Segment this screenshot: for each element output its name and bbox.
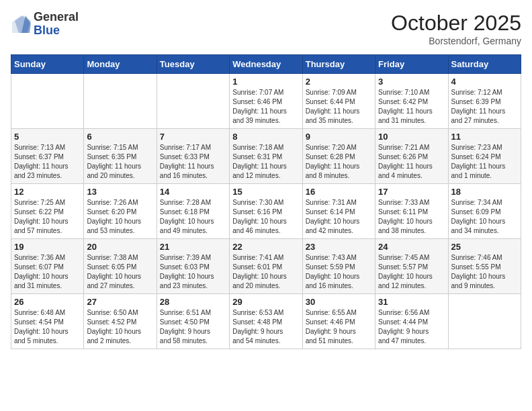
calendar-cell xyxy=(448,294,521,349)
calendar-cell: 2Sunrise: 7:09 AM Sunset: 6:44 PM Daylig… xyxy=(302,74,375,129)
day-info: Sunrise: 6:53 AM Sunset: 4:48 PM Dayligh… xyxy=(232,308,299,346)
calendar-cell: 20Sunrise: 7:38 AM Sunset: 6:05 PM Dayli… xyxy=(84,239,157,294)
calendar-cell: 15Sunrise: 7:30 AM Sunset: 6:16 PM Dayli… xyxy=(230,184,302,239)
day-number: 26 xyxy=(14,297,81,307)
day-info: Sunrise: 7:07 AM Sunset: 6:46 PM Dayligh… xyxy=(232,88,299,126)
day-info: Sunrise: 7:09 AM Sunset: 6:44 PM Dayligh… xyxy=(306,88,372,126)
day-info: Sunrise: 6:55 AM Sunset: 4:46 PM Dayligh… xyxy=(306,308,372,346)
calendar-cell: 24Sunrise: 7:45 AM Sunset: 5:57 PM Dayli… xyxy=(375,239,448,294)
day-info: Sunrise: 7:26 AM Sunset: 6:20 PM Dayligh… xyxy=(87,198,153,236)
day-number: 12 xyxy=(14,187,81,197)
day-info: Sunrise: 7:13 AM Sunset: 6:37 PM Dayligh… xyxy=(14,143,81,181)
calendar-cell: 29Sunrise: 6:53 AM Sunset: 4:48 PM Dayli… xyxy=(230,294,302,349)
day-number: 2 xyxy=(306,77,372,87)
calendar-cell: 31Sunrise: 6:56 AM Sunset: 4:44 PM Dayli… xyxy=(375,294,448,349)
day-number: 19 xyxy=(14,242,81,252)
day-number: 7 xyxy=(160,132,226,142)
day-info: Sunrise: 7:46 AM Sunset: 5:55 PM Dayligh… xyxy=(451,253,518,291)
weekday-header-thursday: Thursday xyxy=(302,55,375,74)
calendar-cell: 16Sunrise: 7:31 AM Sunset: 6:14 PM Dayli… xyxy=(302,184,375,239)
calendar-cell xyxy=(84,74,157,129)
day-info: Sunrise: 7:21 AM Sunset: 6:26 PM Dayligh… xyxy=(378,143,445,181)
day-number: 4 xyxy=(451,77,518,87)
day-number: 21 xyxy=(160,242,226,252)
logo-blue-text: Blue xyxy=(34,24,79,38)
calendar-cell: 19Sunrise: 7:36 AM Sunset: 6:07 PM Dayli… xyxy=(11,239,84,294)
day-number: 15 xyxy=(232,187,299,197)
day-info: Sunrise: 7:39 AM Sunset: 6:03 PM Dayligh… xyxy=(160,253,226,291)
calendar-cell: 4Sunrise: 7:12 AM Sunset: 6:39 PM Daylig… xyxy=(448,74,521,129)
calendar-cell: 8Sunrise: 7:18 AM Sunset: 6:31 PM Daylig… xyxy=(230,129,302,184)
day-info: Sunrise: 7:45 AM Sunset: 5:57 PM Dayligh… xyxy=(378,253,445,291)
weekday-header-monday: Monday xyxy=(84,55,157,74)
page-header: General Blue October 2025 Borstendorf, G… xyxy=(11,11,521,46)
day-number: 10 xyxy=(378,132,445,142)
calendar-cell: 30Sunrise: 6:55 AM Sunset: 4:46 PM Dayli… xyxy=(302,294,375,349)
day-info: Sunrise: 7:10 AM Sunset: 6:42 PM Dayligh… xyxy=(378,88,445,126)
week-row-1: 1Sunrise: 7:07 AM Sunset: 6:46 PM Daylig… xyxy=(11,74,521,129)
day-number: 8 xyxy=(232,132,299,142)
calendar-cell: 18Sunrise: 7:34 AM Sunset: 6:09 PM Dayli… xyxy=(448,184,521,239)
day-number: 1 xyxy=(232,77,299,87)
day-number: 18 xyxy=(451,187,518,197)
day-info: Sunrise: 7:25 AM Sunset: 6:22 PM Dayligh… xyxy=(14,198,81,236)
logo-icon xyxy=(11,14,31,34)
day-number: 29 xyxy=(232,297,299,307)
logo-text: General Blue xyxy=(34,11,79,38)
day-number: 20 xyxy=(87,242,153,252)
calendar-cell: 5Sunrise: 7:13 AM Sunset: 6:37 PM Daylig… xyxy=(11,129,84,184)
calendar-cell: 11Sunrise: 7:23 AM Sunset: 6:24 PM Dayli… xyxy=(448,129,521,184)
day-number: 31 xyxy=(378,297,445,307)
weekday-header-tuesday: Tuesday xyxy=(157,55,229,74)
day-number: 28 xyxy=(160,297,226,307)
calendar-cell: 10Sunrise: 7:21 AM Sunset: 6:26 PM Dayli… xyxy=(375,129,448,184)
location: Borstendorf, Germany xyxy=(391,36,521,46)
day-info: Sunrise: 7:30 AM Sunset: 6:16 PM Dayligh… xyxy=(232,198,299,236)
day-number: 11 xyxy=(451,132,518,142)
logo-general-text: General xyxy=(34,11,79,24)
calendar-cell: 3Sunrise: 7:10 AM Sunset: 6:42 PM Daylig… xyxy=(375,74,448,129)
calendar-cell: 9Sunrise: 7:20 AM Sunset: 6:28 PM Daylig… xyxy=(302,129,375,184)
week-row-3: 12Sunrise: 7:25 AM Sunset: 6:22 PM Dayli… xyxy=(11,184,521,239)
calendar-cell: 6Sunrise: 7:15 AM Sunset: 6:35 PM Daylig… xyxy=(84,129,157,184)
calendar-cell: 13Sunrise: 7:26 AM Sunset: 6:20 PM Dayli… xyxy=(84,184,157,239)
day-number: 17 xyxy=(378,187,445,197)
day-number: 9 xyxy=(306,132,372,142)
day-number: 14 xyxy=(160,187,226,197)
calendar-cell: 12Sunrise: 7:25 AM Sunset: 6:22 PM Dayli… xyxy=(11,184,84,239)
calendar-cell: 23Sunrise: 7:43 AM Sunset: 5:59 PM Dayli… xyxy=(302,239,375,294)
day-number: 22 xyxy=(232,242,299,252)
calendar-cell: 1Sunrise: 7:07 AM Sunset: 6:46 PM Daylig… xyxy=(230,74,302,129)
day-info: Sunrise: 7:18 AM Sunset: 6:31 PM Dayligh… xyxy=(232,143,299,181)
weekday-header-wednesday: Wednesday xyxy=(230,55,302,74)
calendar-cell: 17Sunrise: 7:33 AM Sunset: 6:11 PM Dayli… xyxy=(375,184,448,239)
month-title: October 2025 xyxy=(391,11,521,36)
day-number: 27 xyxy=(87,297,153,307)
week-row-2: 5Sunrise: 7:13 AM Sunset: 6:37 PM Daylig… xyxy=(11,129,521,184)
day-number: 5 xyxy=(14,132,81,142)
calendar-cell: 25Sunrise: 7:46 AM Sunset: 5:55 PM Dayli… xyxy=(448,239,521,294)
calendar-cell: 26Sunrise: 6:48 AM Sunset: 4:54 PM Dayli… xyxy=(11,294,84,349)
calendar-cell: 28Sunrise: 6:51 AM Sunset: 4:50 PM Dayli… xyxy=(157,294,229,349)
calendar-table: SundayMondayTuesdayWednesdayThursdayFrid… xyxy=(11,54,521,349)
day-info: Sunrise: 7:33 AM Sunset: 6:11 PM Dayligh… xyxy=(378,198,445,236)
week-row-4: 19Sunrise: 7:36 AM Sunset: 6:07 PM Dayli… xyxy=(11,239,521,294)
day-number: 24 xyxy=(378,242,445,252)
day-info: Sunrise: 6:50 AM Sunset: 4:52 PM Dayligh… xyxy=(87,308,153,346)
day-info: Sunrise: 7:38 AM Sunset: 6:05 PM Dayligh… xyxy=(87,253,153,291)
day-number: 13 xyxy=(87,187,153,197)
calendar-cell: 27Sunrise: 6:50 AM Sunset: 4:52 PM Dayli… xyxy=(84,294,157,349)
title-block: October 2025 Borstendorf, Germany xyxy=(391,11,521,46)
calendar-cell xyxy=(157,74,229,129)
calendar-cell xyxy=(11,74,84,129)
weekday-header-sunday: Sunday xyxy=(11,55,84,74)
day-info: Sunrise: 6:56 AM Sunset: 4:44 PM Dayligh… xyxy=(378,308,445,346)
day-number: 16 xyxy=(306,187,372,197)
day-info: Sunrise: 7:28 AM Sunset: 6:18 PM Dayligh… xyxy=(160,198,226,236)
day-number: 6 xyxy=(87,132,153,142)
day-info: Sunrise: 7:17 AM Sunset: 6:33 PM Dayligh… xyxy=(160,143,226,181)
day-info: Sunrise: 7:20 AM Sunset: 6:28 PM Dayligh… xyxy=(306,143,372,181)
weekday-header-saturday: Saturday xyxy=(448,55,521,74)
day-number: 23 xyxy=(306,242,372,252)
calendar-cell: 14Sunrise: 7:28 AM Sunset: 6:18 PM Dayli… xyxy=(157,184,229,239)
